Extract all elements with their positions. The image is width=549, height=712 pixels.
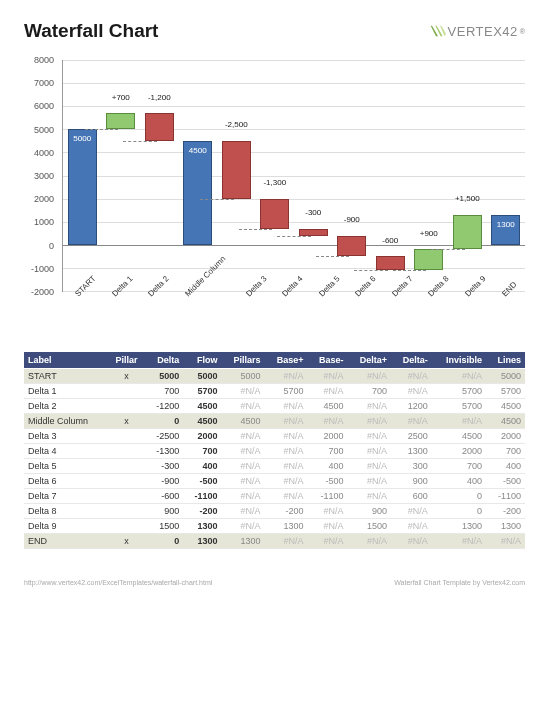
x-axis-labels: STARTDelta 1Delta 2Middle ColumnDelta 3D… [62, 292, 525, 330]
bar-value-label: -600 [382, 236, 398, 245]
cell: -2500 [145, 429, 183, 444]
bar-neg [145, 113, 174, 141]
cell: #N/A [265, 429, 308, 444]
y-tick: 0 [49, 241, 54, 251]
cell: 5000 [486, 369, 525, 384]
cell: #N/A [221, 504, 264, 519]
col-header: Invisible [432, 352, 486, 369]
cell: x [108, 369, 145, 384]
cell: x [108, 534, 145, 549]
cell: 400 [183, 459, 221, 474]
bar-slot: 4500 [179, 60, 218, 291]
cell: #N/A [221, 459, 264, 474]
cell: 2000 [432, 444, 486, 459]
cell: #N/A [265, 399, 308, 414]
cell: #N/A [308, 414, 348, 429]
col-header: Lines [486, 352, 525, 369]
y-tick: 1000 [34, 217, 54, 227]
cell: 5000 [145, 369, 183, 384]
cell: -200 [486, 504, 525, 519]
bar-value-label: -300 [305, 208, 321, 217]
col-header: Flow [183, 352, 221, 369]
cell: 5000 [183, 369, 221, 384]
col-header: Delta+ [348, 352, 391, 369]
cell: Delta 9 [24, 519, 108, 534]
cell: 4500 [308, 399, 348, 414]
cell: 5700 [486, 384, 525, 399]
cell [108, 399, 145, 414]
table-row: Delta 7-600-1100#N/A#N/A-1100#N/A6000-11… [24, 489, 525, 504]
cell: Delta 5 [24, 459, 108, 474]
y-axis: -2000-1000010002000300040005000600070008… [24, 60, 58, 292]
bar-slot: +900 [410, 60, 449, 291]
cell: 700 [486, 444, 525, 459]
cell: 700 [308, 444, 348, 459]
cell: -500 [183, 474, 221, 489]
cell: Middle Column [24, 414, 108, 429]
cell: #N/A [221, 519, 264, 534]
table-row: Middle Columnx045004500#N/A#N/A#N/A#N/A#… [24, 414, 525, 429]
bar-slot: 5000 [63, 60, 102, 291]
bar-pillar: 4500 [183, 141, 212, 245]
connector [316, 256, 350, 257]
logo: VERTEX42 ® [430, 23, 525, 39]
cell: 5700 [432, 399, 486, 414]
cell: 1300 [391, 444, 432, 459]
bar-value-label: +1,500 [455, 194, 480, 203]
logo-text: VERTEX42 [448, 24, 518, 39]
cell: 4500 [486, 414, 525, 429]
cell: #N/A [308, 384, 348, 399]
cell: #N/A [348, 369, 391, 384]
table-row: Delta 4-1300700#N/A#N/A700#N/A1300200070… [24, 444, 525, 459]
col-header: Delta [145, 352, 183, 369]
table-row: Delta 3-25002000#N/A#N/A2000#N/A25004500… [24, 429, 525, 444]
waterfall-chart: -2000-1000010002000300040005000600070008… [24, 60, 525, 330]
cell: -500 [308, 474, 348, 489]
connector [200, 199, 234, 200]
y-tick: -2000 [31, 287, 54, 297]
cell: 700 [183, 444, 221, 459]
cell: 4500 [432, 429, 486, 444]
cell: Delta 6 [24, 474, 108, 489]
y-tick: 6000 [34, 101, 54, 111]
connector [354, 270, 388, 271]
y-tick: -1000 [31, 264, 54, 274]
connector [277, 236, 311, 237]
col-header: Label [24, 352, 108, 369]
cell: #N/A [432, 369, 486, 384]
cell: #N/A [308, 504, 348, 519]
cell: -1300 [145, 444, 183, 459]
table-row: Delta 17005700#N/A5700#N/A700#N/A5700570… [24, 384, 525, 399]
cell: -1100 [183, 489, 221, 504]
cell: 2000 [183, 429, 221, 444]
cell: 1300 [183, 534, 221, 549]
cell: -300 [145, 459, 183, 474]
cell [108, 519, 145, 534]
table-row: Delta 8900-200#N/A-200#N/A900#N/A0-200 [24, 504, 525, 519]
plot-area: 5000+700-1,2004500-2,500-1,300-300-900-6… [62, 60, 525, 292]
cell: 2500 [391, 429, 432, 444]
cell: 1500 [145, 519, 183, 534]
cell: 400 [486, 459, 525, 474]
col-header: Base- [308, 352, 348, 369]
cell: Delta 4 [24, 444, 108, 459]
cell: #N/A [265, 369, 308, 384]
table-row: ENDx013001300#N/A#N/A#N/A#N/A#N/A#N/A [24, 534, 525, 549]
cell: #N/A [348, 399, 391, 414]
cell: 0 [145, 534, 183, 549]
cell: #N/A [221, 444, 264, 459]
cell [108, 384, 145, 399]
cell: #N/A [265, 489, 308, 504]
cell: #N/A [391, 369, 432, 384]
cell: 1300 [183, 519, 221, 534]
bar-slot: -600 [371, 60, 410, 291]
cell: 5700 [432, 384, 486, 399]
bar-value-label: +700 [112, 93, 130, 102]
cell: 1300 [486, 519, 525, 534]
bar-value-label: 1300 [497, 220, 515, 229]
bar-pillar: 5000 [68, 129, 97, 245]
cell: 4500 [183, 414, 221, 429]
cell: #N/A [308, 534, 348, 549]
cell: 4500 [221, 414, 264, 429]
cell [108, 489, 145, 504]
